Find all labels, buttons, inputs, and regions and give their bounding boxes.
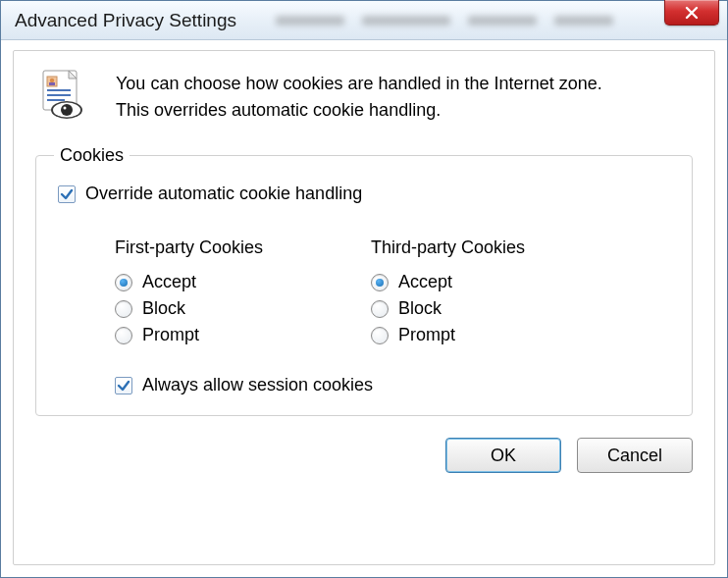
window-title: Advanced Privacy Settings (15, 10, 236, 31)
dialog-buttons: OK Cancel (35, 438, 693, 473)
intro-row: You can choose how cookies are handled i… (35, 69, 693, 124)
override-label: Override automatic cookie handling (85, 184, 362, 204)
eye-icon (51, 101, 82, 119)
svg-point-10 (64, 107, 67, 110)
session-checkbox-row[interactable]: Always allow session cookies (115, 375, 674, 395)
first-party-block-radio[interactable] (115, 300, 132, 318)
titlebar[interactable]: Advanced Privacy Settings (1, 1, 727, 40)
close-icon (684, 5, 700, 21)
session-checkbox[interactable] (115, 377, 132, 394)
override-checkbox[interactable] (58, 185, 76, 203)
third-party-prompt-row[interactable]: Prompt (371, 325, 525, 345)
ok-button-label: OK (491, 446, 516, 466)
cookies-fieldset: Cookies Override automatic cookie handli… (35, 145, 693, 416)
first-party-prompt-row[interactable]: Prompt (115, 325, 263, 345)
first-party-block-row[interactable]: Block (115, 298, 263, 319)
override-checkbox-row[interactable]: Override automatic cookie handling (58, 184, 674, 204)
intro-text: You can choose how cookies are handled i… (116, 69, 626, 124)
cancel-button-label: Cancel (607, 446, 662, 466)
titlebar-background-blur (276, 12, 717, 29)
first-party-title: First-party Cookies (115, 237, 263, 258)
third-party-prompt-radio[interactable] (371, 327, 389, 344)
svg-point-2 (50, 79, 54, 82)
svg-rect-3 (49, 82, 55, 85)
first-party-block-label: Block (142, 298, 185, 319)
privacy-document-icon (35, 69, 88, 122)
third-party-block-row[interactable]: Block (371, 298, 525, 319)
cancel-button[interactable]: Cancel (577, 438, 693, 473)
cookies-legend: Cookies (54, 145, 130, 166)
third-party-title: Third-party Cookies (371, 237, 525, 258)
first-party-column: First-party Cookies Accept Block Prompt (115, 237, 263, 351)
third-party-block-radio[interactable] (371, 300, 389, 318)
first-party-accept-label: Accept (142, 272, 196, 292)
third-party-prompt-label: Prompt (398, 325, 455, 345)
dialog-advanced-privacy: Advanced Privacy Settings (0, 0, 728, 578)
first-party-accept-radio[interactable] (115, 274, 132, 291)
ok-button[interactable]: OK (445, 438, 561, 473)
check-icon (117, 379, 130, 393)
session-label: Always allow session cookies (142, 375, 373, 395)
first-party-accept-row[interactable]: Accept (115, 272, 263, 292)
third-party-column: Third-party Cookies Accept Block Prompt (371, 237, 525, 351)
third-party-accept-radio[interactable] (371, 274, 389, 291)
check-icon (60, 187, 74, 201)
first-party-prompt-radio[interactable] (115, 327, 132, 344)
dialog-content: You can choose how cookies are handled i… (13, 50, 715, 565)
third-party-accept-label: Accept (398, 272, 452, 292)
third-party-accept-row[interactable]: Accept (371, 272, 525, 292)
third-party-block-label: Block (398, 298, 442, 319)
cookie-columns: First-party Cookies Accept Block Prompt (115, 237, 674, 351)
close-button[interactable] (664, 0, 719, 26)
svg-point-9 (61, 104, 73, 116)
first-party-prompt-label: Prompt (142, 325, 199, 345)
